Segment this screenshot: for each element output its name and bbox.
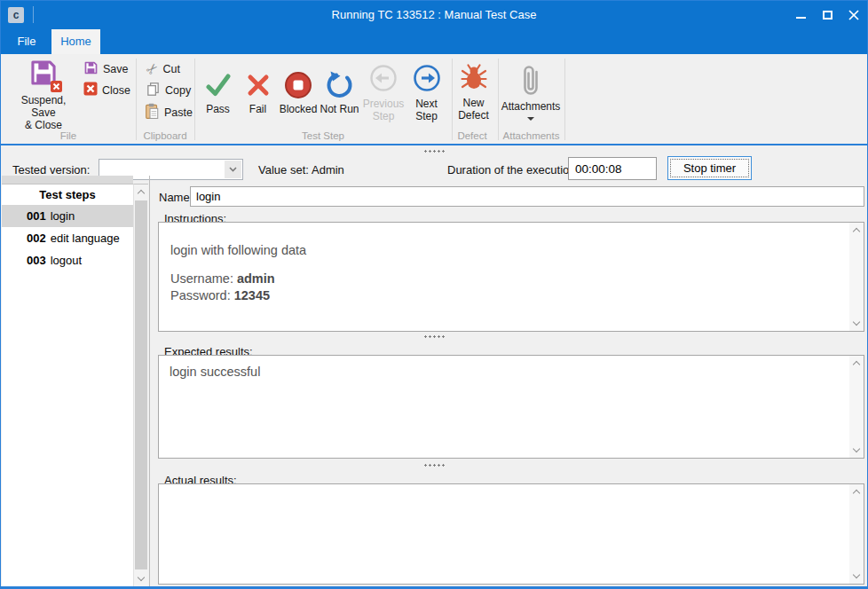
suspend-save-close-label-line2: & Close xyxy=(8,119,79,131)
test-steps-panel: Test steps 001login 002edit language 003… xyxy=(2,184,133,586)
clipboard-paste-icon xyxy=(144,103,160,122)
test-steps-header: Test steps xyxy=(2,185,133,205)
scroll-down-icon[interactable] xyxy=(138,574,145,581)
instructions-scrollbar[interactable] xyxy=(849,223,864,331)
close-window-button[interactable] xyxy=(840,1,867,29)
previous-step-button[interactable]: Previous Step xyxy=(361,58,406,127)
pass-check-icon xyxy=(197,70,239,103)
copy-button[interactable]: Copy xyxy=(146,82,191,99)
blocked-stop-icon xyxy=(277,70,320,103)
group-separator xyxy=(452,59,453,140)
scroll-down-icon[interactable] xyxy=(853,571,860,578)
instructions-username-line: Username: admin xyxy=(170,271,840,287)
attachments-group-label: Attachments xyxy=(498,130,564,141)
test-step-group-label: Test Step xyxy=(194,130,452,141)
close-red-icon xyxy=(83,82,98,98)
fail-x-icon xyxy=(239,70,277,103)
stop-timer-label: Stop timer xyxy=(683,161,736,175)
step-number: 002 xyxy=(27,232,46,245)
actual-results-editor[interactable] xyxy=(159,484,849,584)
blocked-button[interactable]: Blocked xyxy=(277,58,320,127)
titlebar: c Running TC 133512 : Manual Test Case xyxy=(1,1,867,29)
instructions-editor[interactable]: login with following data Username: admi… xyxy=(159,223,849,331)
instructions-password-line: Password: 12345 xyxy=(170,287,840,304)
paste-button[interactable]: Paste xyxy=(144,103,193,122)
previous-step-label-line2: Step xyxy=(361,110,406,122)
step-name: edit language xyxy=(51,232,120,245)
test-step-row-2[interactable]: 002edit language xyxy=(2,227,133,249)
scroll-down-icon[interactable] xyxy=(853,445,860,452)
tab-home[interactable]: Home xyxy=(51,29,100,54)
steps-panel-top-strip xyxy=(2,176,133,184)
maximize-icon xyxy=(823,11,832,20)
pass-button[interactable]: Pass xyxy=(197,58,239,127)
app-window: c Running TC 133512 : Manual Test Case F… xyxy=(0,0,868,589)
save-button[interactable]: Save xyxy=(83,60,129,78)
value-set-value: Admin xyxy=(312,163,344,177)
expected-results-editor[interactable]: login successful xyxy=(159,356,849,458)
steps-panel-scrollbar[interactable] xyxy=(133,184,148,586)
new-defect-label-line1: New xyxy=(454,97,493,109)
test-step-row-1[interactable]: 001login xyxy=(2,205,133,227)
duration-input[interactable] xyxy=(568,157,657,180)
duration-label: Duration of the execution: xyxy=(447,163,579,177)
save-label: Save xyxy=(103,63,129,75)
file-group-label: File xyxy=(1,130,136,141)
splitter-handle[interactable] xyxy=(423,150,446,153)
new-defect-button[interactable]: New Defect xyxy=(454,58,493,127)
group-separator xyxy=(194,59,195,140)
maximize-button[interactable] xyxy=(814,1,840,29)
fail-button[interactable]: Fail xyxy=(239,58,277,127)
ribbon: Suspend, Save & Close Save xyxy=(1,54,867,145)
scrollbar-thumb[interactable] xyxy=(135,200,147,569)
minimize-button[interactable] xyxy=(787,1,814,29)
not-run-button[interactable]: Not Run xyxy=(318,58,361,127)
splitter-handle[interactable] xyxy=(423,464,446,467)
not-run-label: Not Run xyxy=(320,103,359,115)
next-step-label-line1: Next xyxy=(406,98,447,110)
actual-results-scrollbar[interactable] xyxy=(849,484,864,584)
expected-results-scrollbar[interactable] xyxy=(849,356,864,458)
scroll-down-icon[interactable] xyxy=(853,318,860,326)
paperclip-icon xyxy=(498,64,564,100)
group-separator xyxy=(564,59,565,140)
stop-timer-button[interactable]: Stop timer xyxy=(667,156,752,180)
not-run-reset-icon xyxy=(318,70,361,103)
copy-label: Copy xyxy=(165,84,191,97)
pass-label: Pass xyxy=(206,103,230,115)
next-step-button[interactable]: Next Step xyxy=(406,58,447,127)
fail-label: Fail xyxy=(249,103,266,115)
value-set-label: Value set: xyxy=(258,163,309,177)
step-name-input[interactable] xyxy=(190,186,864,207)
scroll-up-icon[interactable] xyxy=(138,190,145,197)
instructions-blank-line xyxy=(170,259,840,271)
blocked-label: Blocked xyxy=(280,103,318,115)
suspend-save-close-label-line1: Suspend, Save xyxy=(8,94,79,119)
window-title: Running TC 133512 : Manual Test Case xyxy=(1,1,867,29)
attachments-button[interactable]: Attachments xyxy=(498,56,564,129)
scroll-up-icon[interactable] xyxy=(853,361,860,368)
suspend-save-close-button[interactable]: Suspend, Save & Close xyxy=(8,58,79,129)
ribbon-tab-row: File Home xyxy=(1,29,867,54)
test-step-row-3[interactable]: 003logout xyxy=(2,249,133,271)
close-button[interactable]: Close xyxy=(83,82,130,98)
tab-file[interactable]: File xyxy=(8,29,45,54)
step-number: 003 xyxy=(27,254,46,267)
minimize-icon xyxy=(796,17,806,19)
previous-step-label-line1: Previous xyxy=(361,98,406,110)
cut-button[interactable]: ✂ Cut xyxy=(146,60,180,77)
scroll-up-icon[interactable] xyxy=(853,490,860,497)
splitter-handle[interactable] xyxy=(423,335,446,338)
scroll-up-icon[interactable] xyxy=(853,228,860,235)
instructions-box: login with following data Username: admi… xyxy=(158,222,864,332)
group-separator xyxy=(136,59,137,140)
name-label: Name: xyxy=(159,191,193,204)
panel-divider xyxy=(149,176,150,586)
close-label: Close xyxy=(102,84,130,97)
next-step-icon xyxy=(406,63,447,96)
combo-dropdown-button[interactable] xyxy=(225,161,241,178)
paste-label: Paste xyxy=(164,106,193,119)
clipboard-group-label: Clipboard xyxy=(136,130,194,141)
new-defect-label-line2: Defect xyxy=(454,109,493,122)
bug-icon xyxy=(454,63,493,94)
